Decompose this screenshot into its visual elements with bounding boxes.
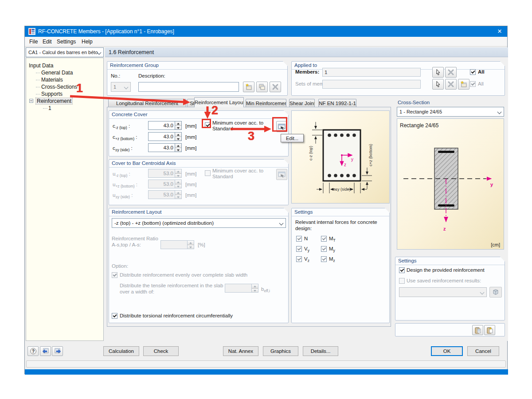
distribute-torsion-label: Distribute torsional reinforcement circu… xyxy=(120,313,233,318)
spinner-up-icon xyxy=(175,191,181,195)
tab-min-reinforcement[interactable]: Min Reinforcement xyxy=(246,99,286,107)
force-vz-checkbox[interactable] xyxy=(296,256,302,262)
menu-help[interactable]: Help xyxy=(80,38,94,45)
spinner-up-icon xyxy=(175,133,181,137)
force-n-checkbox[interactable] xyxy=(296,236,302,242)
sets-all-label: All xyxy=(478,81,484,86)
tree-item-supports[interactable]: Supports xyxy=(36,91,63,97)
new-group-button[interactable] xyxy=(243,82,254,92)
nat-annex-button[interactable]: Nat. Annex xyxy=(223,346,258,356)
members-input[interactable]: 1 xyxy=(322,68,421,77)
next-window-button[interactable] xyxy=(52,346,63,356)
tab-longitudinal-reinforcement[interactable]: Longitudinal Reinforcement xyxy=(108,99,186,107)
cancel-button[interactable]: Cancel xyxy=(467,346,499,356)
clear-members-button[interactable] xyxy=(445,67,457,78)
details-button[interactable]: Details... xyxy=(303,346,338,356)
tensile-label-line1: Distribute the tensile reinforcement in … xyxy=(120,283,223,288)
panel-header: Cross-Section xyxy=(398,100,430,105)
divider xyxy=(109,167,288,168)
beff-label: beff,i xyxy=(261,286,270,293)
previous-window-button[interactable] xyxy=(40,346,51,356)
chevron-down-icon xyxy=(480,290,485,295)
tab-reinforcement-layout[interactable]: Reinforcement Layout xyxy=(194,97,244,107)
new-window-icon xyxy=(460,81,467,88)
description-input[interactable] xyxy=(138,82,239,92)
members-all-checkbox[interactable] xyxy=(470,69,476,75)
help-button[interactable]: ? xyxy=(27,346,39,356)
tree-item-materials[interactable]: Materials xyxy=(36,77,63,83)
tree-collapse-icon[interactable] xyxy=(29,99,33,103)
new-set-button[interactable] xyxy=(458,79,469,90)
force-mt-checkbox[interactable] xyxy=(321,236,327,242)
tree-item-general-data[interactable]: General Data xyxy=(36,70,73,76)
clear-sets-button[interactable] xyxy=(445,79,457,90)
distribute-torsion-checkbox[interactable] xyxy=(112,313,117,319)
annotation-box-edit-button xyxy=(272,117,287,132)
pick-members-button[interactable] xyxy=(432,67,444,78)
cover-side-input[interactable]: 43.0 xyxy=(148,143,182,152)
tree-item-input-data[interactable]: Input Data xyxy=(29,63,53,69)
spinner-buttons xyxy=(187,240,194,249)
spinner-down-icon xyxy=(175,174,181,178)
tree-item-reinforcement-1[interactable]: 1 xyxy=(43,105,51,111)
force-my-label: My xyxy=(329,246,335,253)
pick-cursor-icon xyxy=(434,69,442,76)
app-icon xyxy=(28,28,35,35)
unit-label: [mm] xyxy=(185,134,197,140)
design-provided-checkbox[interactable] xyxy=(399,267,405,273)
spinner-buttons[interactable] xyxy=(175,143,182,152)
reinforcement-layout-panel: Reinforcement Layout -z (top) - +z (bott… xyxy=(109,208,289,323)
tree-item-reinforcement[interactable]: Reinforcement xyxy=(36,98,72,104)
unit-label: [mm] xyxy=(185,182,197,187)
design-case-selector[interactable]: CA1 - Calcul des barres en béto xyxy=(26,47,104,57)
spinner-down-icon xyxy=(175,184,181,188)
members-all-label: All xyxy=(478,69,485,74)
menu-bar: File Edit Settings Help xyxy=(25,37,507,47)
menu-file[interactable]: File xyxy=(27,38,39,45)
menu-edit[interactable]: Edit xyxy=(41,38,54,45)
graphics-button[interactable]: Graphics xyxy=(263,346,298,356)
axis-side-input: 53.0 xyxy=(148,190,182,199)
help-icon: ? xyxy=(30,348,37,355)
close-icon[interactable]: ✕ xyxy=(492,26,507,37)
annotation-step-3: 3 xyxy=(248,129,254,143)
check-button[interactable]: Check xyxy=(143,346,179,356)
layout-combo[interactable]: -z (top) - +z (bottom) (optimized distri… xyxy=(112,218,286,228)
annotation-step-1: 1 xyxy=(76,82,83,95)
tree-item-cross-sections[interactable]: Cross-Sections xyxy=(36,84,77,90)
calculation-button[interactable]: Calculation xyxy=(103,346,139,356)
pick-sets-button[interactable] xyxy=(432,79,444,90)
ratio-input xyxy=(160,240,194,249)
cross-section-selector[interactable]: 1 - Rectangle 24/65 xyxy=(397,107,504,117)
force-mz-label: Mz xyxy=(329,256,335,263)
copy-to-tabs-button[interactable] xyxy=(472,325,483,335)
spinner-buttons[interactable] xyxy=(175,132,182,141)
force-mz-checkbox[interactable] xyxy=(321,256,327,262)
force-my-checkbox[interactable] xyxy=(321,246,327,252)
force-vy-checkbox[interactable] xyxy=(296,246,302,252)
spinner-buttons xyxy=(175,169,182,178)
copy-icon xyxy=(258,83,266,90)
pick-cursor-icon xyxy=(434,81,442,88)
cover-top-input[interactable]: 43.0 xyxy=(148,121,182,130)
spinner-buttons[interactable] xyxy=(175,121,182,130)
axis-z-label: z xyxy=(443,226,446,231)
ok-button[interactable]: OK xyxy=(431,346,463,356)
use-saved-checkbox xyxy=(399,278,405,284)
delete-group-button[interactable] xyxy=(270,82,281,92)
apply-to-all-button[interactable] xyxy=(484,325,495,335)
spinner-up-icon xyxy=(175,121,181,126)
tab-shear-joint[interactable]: Shear Joint xyxy=(289,99,315,107)
copy-group-button[interactable] xyxy=(256,82,268,92)
cover-bottom-input[interactable]: 43.0 xyxy=(148,132,182,141)
new-window-icon xyxy=(245,83,252,90)
chevron-down-icon xyxy=(279,221,284,226)
database-icon xyxy=(492,289,499,296)
tab-nf-en-1992[interactable]: NF EN 1992-1-1 xyxy=(318,99,356,107)
menu-settings[interactable]: Settings xyxy=(55,38,78,45)
sets-all-checkbox xyxy=(470,81,476,87)
spinner-down-icon xyxy=(175,195,181,199)
panel-header: Cover to Bar Centroidal Axis xyxy=(112,160,176,166)
members-label: Members: xyxy=(295,69,319,74)
tree-guide xyxy=(36,73,40,73)
